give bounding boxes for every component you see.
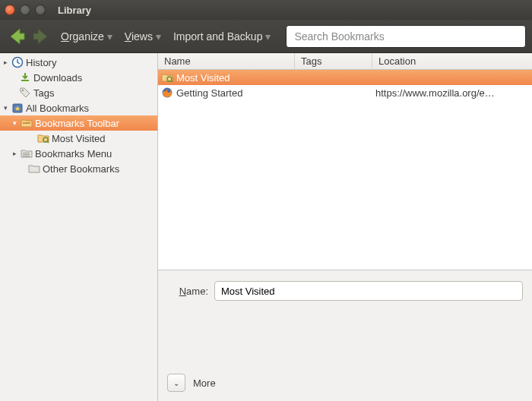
search-wrap	[286, 25, 526, 48]
sidebar-item-bookmarks-menu[interactable]: ▸Bookmarks Menu	[0, 146, 157, 161]
svg-rect-3	[21, 80, 29, 81]
window-close-icon[interactable]	[5, 5, 15, 15]
content-pane: Name Tags Location Most VisitedGetting S…	[158, 53, 532, 401]
svg-rect-7	[23, 122, 30, 124]
column-name[interactable]: Name	[158, 53, 295, 69]
svg-point-4	[22, 90, 24, 91]
window-maximize-icon[interactable]	[35, 5, 46, 15]
cell-name: Getting Started	[158, 87, 295, 99]
sidebar-item-label: History	[26, 57, 56, 68]
list-body: Most VisitedGetting Startedhttps://www.m…	[158, 70, 532, 270]
chevron-down-icon: ▾	[265, 30, 271, 43]
menu-views[interactable]: Views ▾	[125, 30, 161, 43]
clock-icon	[11, 56, 24, 68]
list-header: Name Tags Location	[158, 53, 532, 70]
chevron-down-icon: ▾	[107, 30, 112, 43]
more-row: ⌄ More	[167, 374, 216, 392]
sidebar-item-label: Other Bookmarks	[43, 163, 119, 175]
search-input[interactable]	[286, 25, 526, 48]
sidebar-item-bookmarks-toolbar[interactable]: ▾Bookmarks Toolbar	[0, 115, 157, 131]
name-field-row: Name:	[167, 281, 523, 301]
sidebar: ▸HistoryDownloadsTags▾All Bookmarks▾Book…	[0, 53, 158, 401]
sidebar-item-all-bookmarks[interactable]: ▾All Bookmarks	[0, 100, 157, 115]
sidebar-item-other-bookmarks[interactable]: Other Bookmarks	[0, 161, 157, 176]
expander-icon[interactable]	[27, 134, 35, 142]
expander-icon[interactable]: ▾	[11, 119, 18, 127]
download-icon	[19, 71, 31, 84]
tag-icon	[19, 87, 31, 99]
chevron-down-icon: ⌄	[173, 379, 179, 387]
title-bar: Library	[0, 0, 532, 20]
name-input[interactable]	[214, 281, 523, 301]
expander-icon[interactable]: ▾	[2, 104, 9, 112]
expander-icon[interactable]: ▸	[2, 58, 9, 66]
window-minimize-icon[interactable]	[20, 5, 30, 15]
expander-icon[interactable]	[9, 89, 17, 96]
details-pane: Name: ⌄ More	[158, 270, 532, 401]
expander-icon[interactable]: ▸	[11, 150, 18, 157]
svg-marker-1	[33, 29, 47, 44]
nav-forward-button[interactable]	[30, 26, 52, 47]
firefox-icon	[161, 87, 173, 99]
more-label: More	[193, 377, 216, 389]
expander-icon[interactable]	[9, 74, 17, 81]
sidebar-item-label: Most Visited	[52, 133, 106, 144]
sidebar-item-label: Tags	[33, 87, 54, 99]
column-tags[interactable]: Tags	[295, 53, 372, 69]
menu-import-backup[interactable]: Import and Backup ▾	[173, 30, 271, 43]
svg-rect-11	[23, 156, 30, 156]
cell-name: Most Visited	[158, 71, 295, 84]
svg-rect-9	[23, 153, 30, 153]
folder-menu-icon	[21, 147, 33, 159]
smart-folder-icon	[161, 71, 173, 84]
sidebar-item-most-visited-side[interactable]: Most Visited	[0, 131, 157, 146]
sidebar-item-label: Bookmarks Toolbar	[35, 118, 119, 129]
toolbar: Organize ▾ Views ▾ Import and Backup ▾	[0, 20, 532, 53]
sidebar-item-tags[interactable]: Tags	[0, 85, 157, 100]
menu-organize[interactable]: Organize ▾	[61, 30, 112, 43]
main-area: ▸HistoryDownloadsTags▾All Bookmarks▾Book…	[0, 53, 532, 401]
sidebar-item-downloads[interactable]: Downloads	[0, 70, 157, 85]
smart-folder-icon	[37, 132, 49, 144]
cell-location: https://www.mozilla.org/e…	[372, 87, 532, 99]
folder-other-icon	[28, 163, 40, 175]
list-row[interactable]: Most Visited	[158, 70, 532, 85]
folder-toolbar-icon	[21, 117, 33, 129]
expander-icon[interactable]	[18, 165, 26, 172]
chevron-down-icon: ▾	[156, 30, 161, 43]
column-location[interactable]: Location	[372, 53, 532, 69]
name-label: Name:	[167, 286, 208, 297]
bookmark-all-icon	[11, 102, 24, 114]
window-title: Library	[58, 5, 91, 16]
more-toggle-button[interactable]: ⌄	[167, 374, 185, 392]
sidebar-item-label: All Bookmarks	[26, 103, 89, 114]
list-row[interactable]: Getting Startedhttps://www.mozilla.org/e…	[158, 85, 532, 100]
sidebar-item-label: Downloads	[33, 72, 82, 84]
sidebar-item-history[interactable]: ▸History	[0, 55, 157, 70]
nav-back-button[interactable]	[6, 26, 27, 47]
sidebar-item-label: Bookmarks Menu	[35, 148, 112, 159]
svg-rect-10	[23, 154, 30, 155]
svg-marker-0	[11, 29, 24, 44]
